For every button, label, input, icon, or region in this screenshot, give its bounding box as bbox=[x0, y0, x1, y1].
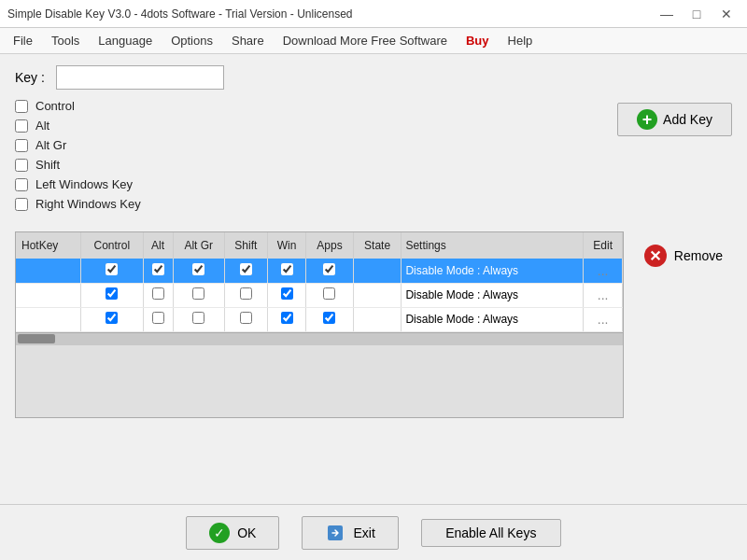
add-key-label: Add Key bbox=[663, 112, 712, 127]
menu-options[interactable]: Options bbox=[162, 30, 222, 51]
titlebar-controls: — □ ✕ bbox=[654, 4, 740, 24]
cell-hotkey-1 bbox=[16, 283, 81, 307]
table-row[interactable]: Disable Mode : Always... bbox=[16, 259, 622, 283]
exit-button[interactable]: Exit bbox=[302, 516, 398, 550]
menubar: File Tools Language Options Share Downlo… bbox=[0, 28, 747, 54]
cell-win-1 bbox=[267, 283, 305, 307]
checkbox-altgr: Alt Gr bbox=[15, 138, 543, 152]
table-area: HotKey Control Alt Alt Gr Shift Win Apps… bbox=[15, 231, 732, 493]
altgr-checkbox-row2[interactable] bbox=[192, 312, 204, 324]
altgr-checkbox-row1[interactable] bbox=[192, 287, 204, 300]
key-row: Key : bbox=[15, 65, 732, 90]
key-input[interactable] bbox=[56, 65, 224, 90]
col-settings: Settings bbox=[402, 232, 584, 259]
alt-checkbox-row0[interactable] bbox=[152, 263, 164, 275]
cell-state-1 bbox=[353, 283, 402, 307]
cell-control-0 bbox=[81, 259, 143, 283]
modifier-checkboxes: Control Alt Alt Gr Shift Left Windows Ke… bbox=[15, 99, 543, 217]
control-checkbox-row2[interactable] bbox=[106, 312, 118, 324]
hotkey-table: HotKey Control Alt Alt Gr Shift Win Apps… bbox=[16, 232, 623, 332]
cell-shift-2 bbox=[224, 307, 267, 331]
close-button[interactable]: ✕ bbox=[713, 4, 740, 24]
menu-help[interactable]: Help bbox=[499, 30, 543, 51]
alt-label: Alt bbox=[35, 119, 49, 133]
menu-tools[interactable]: Tools bbox=[42, 30, 89, 51]
shift-checkbox-row2[interactable] bbox=[240, 312, 252, 324]
col-edit: Edit bbox=[584, 232, 622, 259]
control-checkbox[interactable] bbox=[15, 100, 28, 113]
checkbox-alt: Alt bbox=[15, 119, 543, 133]
cell-altgr-1 bbox=[173, 283, 224, 307]
cell-alt-0 bbox=[143, 259, 173, 283]
win-checkbox-row0[interactable] bbox=[281, 263, 293, 275]
col-alt: Alt bbox=[143, 232, 173, 259]
control-label: Control bbox=[35, 99, 75, 113]
control-checkbox-row0[interactable] bbox=[106, 263, 118, 275]
alt-checkbox-row1[interactable] bbox=[152, 287, 164, 300]
checkbox-shift: Shift bbox=[15, 158, 543, 172]
cell-shift-1 bbox=[224, 283, 267, 307]
col-shift: Shift bbox=[224, 232, 267, 259]
table-body: Disable Mode : Always... Disable Mode : … bbox=[16, 259, 622, 331]
enable-all-label: Enable All Keys bbox=[445, 525, 536, 540]
cell-edit-1[interactable]: ... bbox=[584, 283, 622, 307]
table-header-row: HotKey Control Alt Alt Gr Shift Win Apps… bbox=[16, 232, 622, 259]
minimize-button[interactable]: — bbox=[654, 4, 680, 24]
cell-apps-1 bbox=[306, 283, 354, 307]
menu-buy[interactable]: Buy bbox=[457, 30, 499, 51]
ok-button[interactable]: ✓ OK bbox=[186, 516, 279, 550]
cell-edit-2[interactable]: ... bbox=[584, 307, 622, 331]
titlebar: Simple Disable Key V3.0 - 4dots Software… bbox=[0, 0, 747, 28]
checkbox-control: Control bbox=[15, 99, 543, 113]
exit-label: Exit bbox=[353, 525, 374, 540]
control-checkbox-row1[interactable] bbox=[106, 287, 118, 300]
altgr-label: Alt Gr bbox=[35, 138, 66, 152]
table-row[interactable]: Disable Mode : Always... bbox=[16, 283, 622, 307]
cell-state-2 bbox=[353, 307, 402, 331]
remove-icon: ✕ bbox=[644, 245, 667, 267]
apps-checkbox-row2[interactable] bbox=[323, 312, 335, 324]
menu-share[interactable]: Share bbox=[222, 30, 274, 51]
right-panel: ✕ Remove bbox=[635, 231, 732, 273]
right-windows-checkbox[interactable] bbox=[15, 198, 28, 211]
add-key-icon: + bbox=[637, 109, 657, 130]
add-key-button[interactable]: + Add Key bbox=[617, 103, 732, 136]
cell-settings-2: Disable Mode : Always bbox=[402, 307, 584, 331]
col-hotkey: HotKey bbox=[16, 232, 81, 259]
apps-checkbox-row1[interactable] bbox=[323, 287, 335, 300]
col-state: State bbox=[353, 232, 402, 259]
enable-all-keys-button[interactable]: Enable All Keys bbox=[421, 519, 561, 547]
cell-win-0 bbox=[267, 259, 305, 283]
checkbox-left-windows: Left Windows Key bbox=[15, 177, 543, 191]
shift-checkbox-row1[interactable] bbox=[240, 287, 252, 300]
menu-file[interactable]: File bbox=[4, 30, 42, 51]
horizontal-scrollbar[interactable] bbox=[16, 332, 623, 345]
shift-checkbox-row0[interactable] bbox=[240, 263, 252, 275]
alt-checkbox[interactable] bbox=[15, 119, 28, 133]
maximize-button[interactable]: □ bbox=[684, 4, 710, 24]
menu-language[interactable]: Language bbox=[89, 30, 162, 51]
scrollbar-thumb[interactable] bbox=[18, 334, 55, 343]
col-altgr: Alt Gr bbox=[173, 232, 224, 259]
shift-checkbox[interactable] bbox=[15, 159, 28, 172]
left-windows-checkbox[interactable] bbox=[15, 178, 28, 191]
win-checkbox-row1[interactable] bbox=[281, 287, 293, 300]
apps-checkbox-row0[interactable] bbox=[323, 263, 335, 275]
col-win: Win bbox=[267, 232, 305, 259]
cell-state-0 bbox=[353, 259, 402, 283]
alt-checkbox-row2[interactable] bbox=[152, 312, 164, 324]
altgr-checkbox-row0[interactable] bbox=[192, 263, 204, 275]
cell-win-2 bbox=[267, 307, 305, 331]
menu-download[interactable]: Download More Free Software bbox=[274, 30, 457, 51]
checkboxes-section: Control Alt Alt Gr Shift Left Windows Ke… bbox=[15, 99, 732, 217]
cell-settings-0: Disable Mode : Always bbox=[402, 259, 584, 283]
exit-icon bbox=[325, 523, 345, 543]
key-label: Key : bbox=[15, 70, 45, 85]
cell-apps-0 bbox=[306, 259, 354, 283]
main-content: Key : Control Alt Alt Gr Shift L bbox=[0, 54, 747, 504]
table-row[interactable]: Disable Mode : Always... bbox=[16, 307, 622, 331]
remove-button[interactable]: ✕ Remove bbox=[635, 239, 732, 273]
altgr-checkbox[interactable] bbox=[15, 139, 28, 152]
win-checkbox-row2[interactable] bbox=[281, 312, 293, 324]
cell-edit-0[interactable]: ... bbox=[584, 259, 622, 283]
